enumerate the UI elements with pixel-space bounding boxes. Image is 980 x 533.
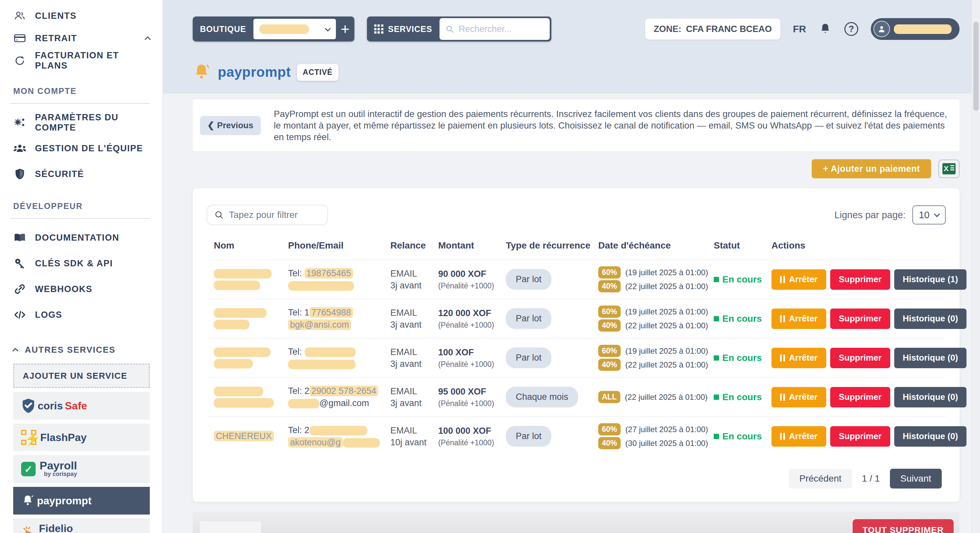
sidebar-item-label: PARAMÈTRES DU COMPTE — [35, 113, 150, 133]
gears-icon — [13, 117, 26, 128]
sidebar-item-webhooks[interactable]: WEBHOOKS — [13, 276, 150, 302]
table-header: Nom Phone/Email Relance Montant Type de … — [207, 240, 946, 259]
zone-indicator: ZONE: CFA FRANC BCEAO — [645, 19, 780, 40]
sidebar-item-equipe[interactable]: GESTION DE L'ÉQUIPE — [13, 135, 150, 161]
delete-all-button[interactable]: TOUT SUPPRIMER — [853, 519, 954, 533]
status-badge: ACTIVÉ — [297, 64, 339, 81]
service-tile-payprompt[interactable]: payprompt — [13, 487, 150, 514]
filter-input[interactable] — [229, 209, 320, 220]
payments-table-card: Lignes par page: 10 Nom Phone/Email Rela… — [193, 188, 959, 502]
col-relance: Relance — [390, 240, 438, 251]
shield-icon — [13, 168, 26, 180]
history-button[interactable]: Historique (0) — [894, 387, 967, 408]
sidebar-item-logs[interactable]: LOGS — [13, 302, 150, 328]
sidebar-item-retrait[interactable]: RETRAIT — [13, 27, 150, 49]
excel-icon: X — [942, 163, 956, 174]
delete-button[interactable]: Supprimer — [830, 309, 890, 329]
boutique-select[interactable] — [253, 19, 336, 39]
redacted-user-name — [894, 24, 951, 34]
chevron-down-icon — [325, 25, 331, 31]
delete-button[interactable]: Supprimer — [830, 426, 890, 447]
sidebar-item-label: CLÉS SDK & API — [35, 259, 113, 269]
search-icon — [445, 24, 454, 34]
sidebar-item-parametres[interactable]: PARAMÈTRES DU COMPTE — [13, 110, 150, 135]
stop-button[interactable]: Arrêter — [772, 269, 826, 290]
loading-skeleton — [200, 522, 261, 533]
payprompt-bell-icon — [193, 63, 212, 82]
help-icon[interactable]: ? — [845, 22, 858, 36]
topbar-right: ZONE: CFA FRANC BCEAO FR ? — [645, 18, 959, 40]
due-date-cell: 60%(19 juillet 2025 à 01:00) 40%(22 juil… — [598, 265, 714, 294]
add-service-button[interactable]: AJOUTER UN SERVICE — [13, 363, 150, 388]
services-search-box — [439, 18, 550, 40]
amount-cell: 100 XOF(Pénalité +1000) — [438, 347, 506, 369]
page-indicator: 1 / 1 — [862, 473, 880, 484]
history-button[interactable]: Historique (0) — [894, 348, 967, 368]
description-banner: ❮ Previous PayPrompt est un outil intera… — [193, 100, 959, 151]
amount-cell: 90 000 XOF(Pénalité +1000) — [438, 268, 506, 290]
flashpay-logo: ⚡ FlashPay — [21, 430, 87, 445]
export-excel-button[interactable]: X — [939, 160, 959, 178]
sidebar-item-facturation[interactable]: FACTURATION ET PLANS — [13, 49, 150, 72]
flashpay-qr-icon: ⚡ — [21, 430, 36, 445]
filter-box — [207, 205, 328, 225]
pagination: Précédent 1 / 1 Suivant — [207, 469, 946, 489]
stop-button[interactable]: Arrêter — [772, 387, 826, 408]
autres-services-toggle[interactable]: AUTRES SERVICES — [13, 345, 150, 355]
payroll-logo: ✓ Payrollby corispay — [21, 460, 77, 477]
add-payment-button[interactable]: + Ajouter un paiement — [812, 159, 931, 178]
sidebar-item-label: SÉCURITÉ — [35, 169, 84, 179]
contact-cell: Tel: 2 akotenou@g — [288, 424, 390, 449]
service-tile-flashpay[interactable]: ⚡ FlashPay — [13, 424, 150, 451]
contact-cell: Tel: 198765465 — [288, 267, 390, 292]
actions-cell: Arrêter Supprimer Historique (0) — [772, 387, 966, 408]
col-montant: Montant — [438, 240, 506, 251]
toolbar: + Ajouter un paiement X — [193, 159, 959, 178]
sidebar-item-securite[interactable]: SÉCURITÉ — [13, 161, 150, 187]
table-controls: Lignes par page: 10 — [207, 205, 946, 225]
credit-card-icon — [13, 33, 26, 43]
recurrence-cell: Chaque mois — [506, 387, 598, 408]
delete-button[interactable]: Supprimer — [830, 387, 890, 408]
user-menu[interactable] — [871, 18, 959, 40]
pagination-prev-button[interactable]: Précédent — [789, 469, 852, 489]
pause-icon — [780, 276, 785, 283]
sidebar-item-documentation[interactable]: DOCUMENTATION — [13, 225, 150, 251]
delete-button[interactable]: Supprimer — [830, 269, 890, 290]
status-cell: En cours — [714, 431, 772, 442]
stop-button[interactable]: Arrêter — [772, 348, 826, 368]
history-button[interactable]: Historique (1) — [894, 269, 967, 290]
page-scrollbar[interactable] — [971, 0, 980, 533]
service-description: PayPrompt est un outil interactif de ges… — [274, 108, 950, 143]
sidebar-item-clients[interactable]: CLIENTS — [13, 5, 150, 27]
col-statut: Statut — [714, 240, 772, 251]
sidebar-item-label: DOCUMENTATION — [35, 233, 119, 243]
amount-cell: 95 000 XOF(Pénalité +1000) — [438, 386, 506, 408]
stop-button[interactable]: Arrêter — [772, 426, 826, 447]
rows-per-page-select[interactable]: 10 — [912, 205, 946, 224]
sidebar-item-label: LOGS — [35, 310, 62, 320]
sidebar-item-label: WEBHOOKS — [35, 284, 92, 294]
service-tile-corissafe[interactable]: corisSafe — [13, 392, 150, 420]
recurrence-cell: Par lot — [506, 426, 598, 447]
service-tile-fidelio[interactable]: Fidelioinsights — [13, 519, 150, 533]
due-date-cell: ALL(22 juillet 2025 à 01:00) — [598, 389, 714, 405]
sidebar-item-label: FACTURATION ET PLANS — [35, 51, 150, 71]
chevron-up-icon[interactable] — [145, 36, 151, 42]
sidebar: CLIENTS RETRAIT FACTURATION ET PLANS MON… — [0, 0, 163, 533]
history-button[interactable]: Historique (0) — [894, 426, 967, 447]
stop-button[interactable]: Arrêter — [772, 309, 826, 329]
scrollbar-thumb[interactable] — [974, 22, 979, 111]
services-search-input[interactable] — [459, 24, 544, 34]
add-boutique-button[interactable]: + — [336, 16, 355, 41]
sidebar-item-cles-sdk[interactable]: CLÉS SDK & API — [13, 251, 150, 276]
service-tile-payroll[interactable]: ✓ Payrollby corispay — [13, 455, 150, 483]
delete-button[interactable]: Supprimer — [830, 348, 890, 368]
history-button[interactable]: Historique (0) — [894, 309, 967, 329]
pagination-next-button[interactable]: Suivant — [890, 469, 942, 489]
language-switcher[interactable]: FR — [793, 24, 806, 35]
previous-button[interactable]: ❮ Previous — [200, 116, 261, 135]
chevron-left-icon: ❮ — [207, 120, 215, 130]
notifications-bell-icon[interactable] — [819, 22, 832, 36]
col-echeance: Date d'échéance — [598, 240, 714, 251]
